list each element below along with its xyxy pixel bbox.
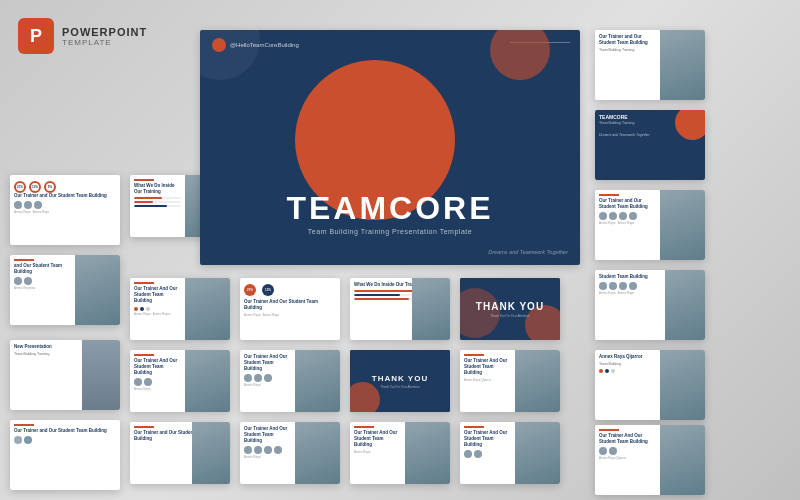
social-handle: @HelloTeamCoreBuilding <box>230 42 299 48</box>
branding-text: POWERPOINT TEMPLATE <box>62 26 147 47</box>
slide-bbb3: Our Trainer And Our Student Team Buildin… <box>350 422 450 484</box>
slide-ml: and Our Student Team Building Annex Reyn… <box>10 255 120 325</box>
hero-slide: @HelloTeamCoreBuilding TEAMCORE Team Bui… <box>200 30 580 265</box>
thank-you-title: THANK YOU <box>476 301 544 312</box>
slide-br: Student Team Building Annex Raya Annex R… <box>595 270 705 340</box>
slide-b2: 27% 13% Our Trainer And Our Student Team… <box>240 278 340 340</box>
slide-tr: Our Trainer and Our Student Team Buildin… <box>595 30 705 100</box>
slide-tl-title: Our Trainer and Our Student Team Buildin… <box>14 193 116 199</box>
branding-area: P POWERPOINT TEMPLATE <box>18 18 147 54</box>
slide-bbr: Annex Raya Qijarror Team Building <box>595 350 705 420</box>
powerpoint-icon: P <box>18 18 54 54</box>
slide-bb1: Our Trainer And Our Student Team Buildin… <box>130 350 230 412</box>
slide-mr2: Our Trainer and Our Student Team Buildin… <box>595 190 705 260</box>
slide-bbb1: Our Trainer and Our Student Team Buildin… <box>130 422 230 484</box>
hero-subtitle: Team Building Training Presentation Temp… <box>200 228 580 235</box>
slide-tl: 27% 13% 9% Our Trainer and Our Student T… <box>10 175 120 245</box>
branding-title: POWERPOINT <box>62 26 147 38</box>
hero-tagline: Dreams and Teamwork Together <box>488 249 568 255</box>
social-icon <box>212 38 226 52</box>
slide-bl: New Presentation Team Building Training <box>10 340 120 410</box>
slide-bbb2: Our Trainer And Our Student Team Buildin… <box>240 422 340 484</box>
slide-thank-you: THANK YOU Thank You For Your Attention <box>460 278 560 340</box>
slide-b1: Our Trainer And Our Student Team Buildin… <box>130 278 230 340</box>
slide-bb2: Our Trainer And Our Student Team Buildin… <box>240 350 340 412</box>
hero-main-title: TEAMCORE <box>200 192 580 224</box>
hero-content: TEAMCORE Team Building Training Presenta… <box>200 192 580 235</box>
slide-b3: What We Do Inside Our Training <box>350 278 450 340</box>
slide-mr: TEAMCORE Team Building Training Dreams a… <box>595 110 705 180</box>
slide-bb3-title: THANK YOU <box>372 374 428 383</box>
hero-social: @HelloTeamCoreBuilding <box>212 38 299 52</box>
slide-bbl: Our Trainer and Our Student Team Buildin… <box>10 420 120 490</box>
slide-bb3-sub: Thank You For Your Attention <box>381 385 420 389</box>
slide-bb4: Our Trainer And Our Student Team Buildin… <box>460 350 560 412</box>
slide-bb3: THANK YOU Thank You For Your Attention <box>350 350 450 412</box>
slide-bbb4: Our Trainer And Our Student Team Buildin… <box>460 422 560 484</box>
branding-subtitle: TEMPLATE <box>62 38 147 47</box>
slide-bbbr: Our Trainer And Our Student Team Buildin… <box>595 425 705 495</box>
hero-circle-small <box>490 30 550 80</box>
thank-you-sub: Thank You For Your Attention <box>491 314 530 318</box>
